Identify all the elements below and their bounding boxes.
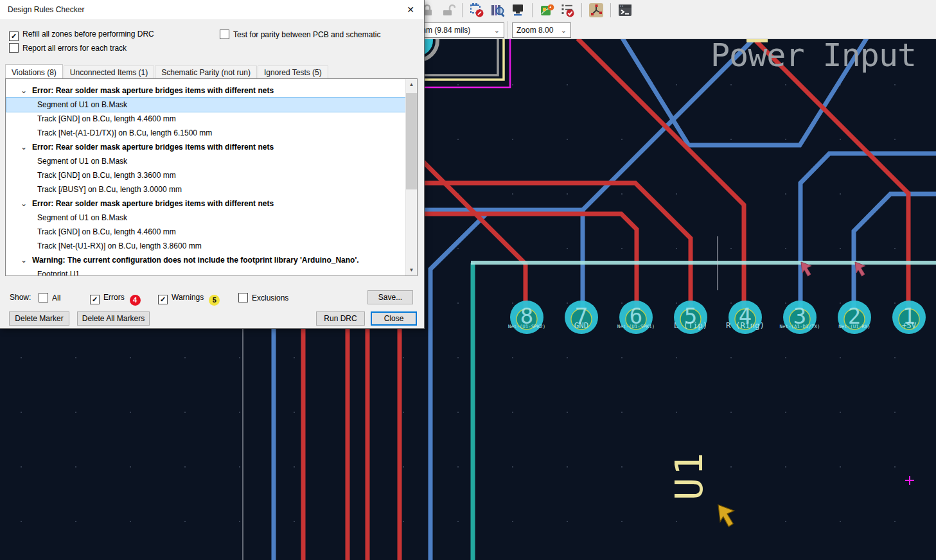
checkbox[interactable]: ✓ xyxy=(9,31,19,41)
pad-5[interactable]: 5L (Tip) xyxy=(674,301,708,334)
drc-tabs: Violations (8)Unconnected Items (1)Schem… xyxy=(5,64,329,78)
violation-error-header[interactable]: ⌄Error: Rear solder mask aperture bridge… xyxy=(6,140,405,154)
violation-item[interactable]: Track [Net-(U1-RX)] on B.Cu, length 3.86… xyxy=(6,239,405,253)
violation-item[interactable]: Track [GND] on B.Cu, length 4.4600 mm xyxy=(6,225,405,239)
violation-item[interactable]: Footprint U1 xyxy=(6,267,405,276)
zoom-select[interactable]: Zoom 8.00 ⌄ xyxy=(512,22,571,38)
delete-all-markers-button[interactable]: Delete All Markers xyxy=(77,311,150,326)
scripting-console-icon[interactable] xyxy=(617,2,633,19)
ratsnest-icon[interactable] xyxy=(588,2,605,19)
violation-text: Segment of U1 on B.Mask xyxy=(37,157,127,166)
show-label: Show: xyxy=(10,293,31,302)
checkbox-label: Report all errors for each track xyxy=(22,44,127,53)
error-count-badge: 4 xyxy=(130,295,141,306)
close-icon[interactable]: ✕ xyxy=(397,0,424,19)
violation-item[interactable]: Track [Net-(A1-D1/TX)] on B.Cu, length 6… xyxy=(6,126,405,140)
run-drc-button[interactable]: Run DRC xyxy=(316,311,365,326)
violation-text: Footprint U1 xyxy=(37,270,80,276)
violation-item[interactable]: Segment of U1 on B.Mask xyxy=(6,154,405,168)
show-all-checkbox[interactable]: All xyxy=(39,293,60,302)
scroll-up-icon[interactable]: ▲ xyxy=(406,79,417,90)
violation-text: Warning: The current configuration does … xyxy=(32,256,359,265)
refill-zones-checkbox[interactable]: ✓Refill all zones before performing DRC xyxy=(9,30,154,41)
footprint-editor-icon[interactable] xyxy=(468,2,485,19)
pad-net-label: L (Tip) xyxy=(674,320,708,330)
delete-marker-button[interactable]: Delete Marker xyxy=(9,311,69,326)
violation-error-header[interactable]: ⌄Error: Rear solder mask aperture bridge… xyxy=(6,83,405,98)
pad-1[interactable]: 1+5V xyxy=(892,301,926,334)
scrollbar-thumb[interactable] xyxy=(406,93,417,189)
checkbox[interactable] xyxy=(39,293,48,302)
toolbar-separator xyxy=(532,3,533,17)
footprint-browser-icon[interactable] xyxy=(489,2,506,19)
pad-net-label: +5V xyxy=(902,320,917,330)
checkbox[interactable] xyxy=(9,43,19,53)
violation-text: Track [GND] on B.Cu, length 4.4600 mm xyxy=(37,227,176,236)
main-toolbar-icons xyxy=(419,1,633,19)
violation-warning-header[interactable]: ⌄Warning: The current configuration does… xyxy=(6,253,405,267)
checkbox[interactable]: ✓ xyxy=(158,295,168,304)
violation-error-header[interactable]: ⌄Error: Rear solder mask aperture bridge… xyxy=(6,197,405,211)
save-button[interactable]: Save... xyxy=(367,290,413,304)
checkbox[interactable] xyxy=(238,293,248,302)
chevron-down-icon[interactable]: ⌄ xyxy=(21,253,27,267)
violations-list[interactable]: ⌄Error: Rear solder mask aperture bridge… xyxy=(5,78,418,276)
show-exclusions-checkbox[interactable]: Exclusions xyxy=(238,293,288,302)
violation-item[interactable]: Segment of U1 on B.Mask xyxy=(6,98,405,112)
report-all-errors-checkbox[interactable]: Report all errors for each track xyxy=(9,43,127,53)
violation-text: Error: Rear solder mask aperture bridges… xyxy=(32,199,274,208)
grid-value: mm (9.84 mils) xyxy=(419,26,470,35)
toolbar-separator xyxy=(581,3,582,17)
violation-text: Error: Rear solder mask aperture bridges… xyxy=(32,143,274,152)
close-button[interactable]: Close xyxy=(371,311,417,326)
tab-unconnected[interactable]: Unconnected Items (1) xyxy=(64,66,154,80)
grid-select[interactable]: mm (9.84 mils) ⌄ xyxy=(415,22,504,38)
drc-icon[interactable] xyxy=(559,2,576,19)
pad-net-label: Net-(U1-SPK1) xyxy=(617,324,655,329)
unlock-icon[interactable] xyxy=(439,2,456,19)
tab-violations[interactable]: Violations (8) xyxy=(5,64,63,80)
violation-text: Error: Rear solder mask aperture bridges… xyxy=(32,86,274,95)
checkbox-label: Refill all zones before performing DRC xyxy=(22,30,154,39)
chevron-down-icon: ⌄ xyxy=(554,26,567,35)
chevron-down-icon[interactable]: ⌄ xyxy=(21,140,27,154)
scrollbar[interactable]: ▲ ▼ xyxy=(405,79,417,276)
tab-ignored-tests[interactable]: Ignored Tests (5) xyxy=(258,66,328,80)
violation-text: Track [Net-(U1-RX)] on B.Cu, length 3.86… xyxy=(37,241,202,250)
violation-item[interactable]: Track [GND] on B.Cu, length 4.4600 mm xyxy=(6,112,405,126)
dialog-title: Design Rules Checker xyxy=(0,5,84,14)
chevron-down-icon[interactable]: ⌄ xyxy=(21,197,27,211)
violation-item[interactable]: Track [/BUSY] on B.Cu, length 3.0000 mm xyxy=(6,182,405,197)
pad-net-label: R (Ring) xyxy=(726,320,764,330)
violation-text: Track [GND] on B.Cu, length 3.3600 mm xyxy=(37,171,176,180)
dialog-titlebar[interactable]: Design Rules Checker ✕ xyxy=(0,0,424,20)
toolbar-separator xyxy=(462,3,463,17)
violation-item[interactable]: Segment of U1 on B.Mask xyxy=(6,211,405,225)
pad-2[interactable]: 2Net-(U1-RX) xyxy=(838,301,871,334)
checkbox-label: Test for parity between PCB and schemati… xyxy=(233,30,380,39)
show-warnings-checkbox[interactable]: ✓Warnings5 xyxy=(158,293,220,306)
chevron-down-icon: ⌄ xyxy=(488,26,500,35)
zoom-value: Zoom 8.00 xyxy=(517,26,553,35)
reference-designator-u1[interactable]: U1 xyxy=(667,450,711,500)
tab-schematic-parity[interactable]: Schematic Parity (not run) xyxy=(155,66,257,80)
violation-text: Track [/BUSY] on B.Cu, length 3.0000 mm xyxy=(37,185,182,194)
kicad-pcb-editor: Power Input U1 8Net-(U1-SPK2)7GND6Net-(U… xyxy=(0,0,936,560)
parity-test-checkbox[interactable]: Test for parity between PCB and schemati… xyxy=(220,30,380,39)
chevron-down-icon[interactable]: ⌄ xyxy=(21,83,27,98)
violation-item[interactable]: Track [GND] on B.Cu, length 3.3600 mm xyxy=(6,168,405,182)
pad-7[interactable]: 7GND xyxy=(565,301,598,334)
toolbar-separator xyxy=(508,21,508,39)
checkbox[interactable] xyxy=(220,30,229,39)
show-filter-bar: Show: All ✓Errors4 ✓Warnings5 Exclusions xyxy=(0,292,424,305)
checkbox[interactable]: ✓ xyxy=(90,295,100,304)
violation-text: Segment of U1 on B.Mask xyxy=(37,100,127,109)
warning-count-badge: 5 xyxy=(209,295,220,306)
toolbar-separator xyxy=(610,3,611,17)
show-errors-checkbox[interactable]: ✓Errors4 xyxy=(90,293,141,306)
update-pcb-icon[interactable] xyxy=(538,2,555,19)
scroll-down-icon[interactable]: ▼ xyxy=(406,265,417,276)
pad-net-label: GND xyxy=(574,320,589,330)
violation-text: Track [Net-(A1-D1/TX)] on B.Cu, length 6… xyxy=(37,128,212,137)
footprint-properties-icon[interactable] xyxy=(509,2,526,19)
